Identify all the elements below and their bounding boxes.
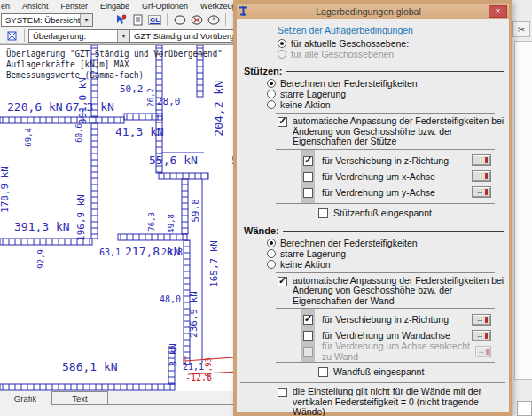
radio-stuetzen-keine[interactable]: keine Aktion xyxy=(267,99,509,110)
checkbox-waende-auto[interactable]: automatische Anpassung der Federsteifigk… xyxy=(278,276,509,307)
menu-item-grf-optionen[interactable]: Grf-Optionen xyxy=(136,2,194,11)
close-icon[interactable]: × xyxy=(489,5,507,18)
checkbox-icon[interactable] xyxy=(303,315,313,325)
overlay-select-label: Überlagerung: xyxy=(33,31,117,41)
force-label: 196,9 kN xyxy=(76,194,86,241)
menu-item-eingabe[interactable]: Eingabe xyxy=(94,2,136,11)
checkbox-row-z[interactable]: für Verschiebung in z-Richtung → xyxy=(276,153,495,169)
scissors-icon[interactable]: ✂ xyxy=(512,21,530,37)
force-label: 391,0 kN xyxy=(78,77,88,124)
checkbox-icon[interactable] xyxy=(303,188,313,198)
radio-stuetzen-berechnen[interactable]: Berechnen der Federsteifigkeiten xyxy=(267,78,509,89)
checkbox-row-z-wand[interactable]: für Verschiebung in z-Richtung → xyxy=(276,311,495,327)
force-label: 76,3 xyxy=(148,212,156,232)
checkbox-row-x[interactable]: für Verdrehung um x-Achse → xyxy=(276,169,495,184)
plan-header-line: Überlagerung "GZT Ständig und Vorübergeh… xyxy=(6,49,223,59)
document-icon[interactable] xyxy=(130,13,145,27)
radio-waende-keine[interactable]: keine Aktion xyxy=(267,259,509,270)
force-label: 21,1 xyxy=(183,363,204,372)
system-select-value: SYSTEM: Übersicht xyxy=(5,15,80,25)
radio-stuetzen-starr[interactable]: starre Lagerung xyxy=(267,89,509,99)
radio-icon[interactable] xyxy=(267,260,276,269)
checkbox-icon xyxy=(303,347,313,357)
separator xyxy=(276,113,495,114)
force-label: 236,9 kN xyxy=(189,291,199,338)
transfer-button[interactable]: → xyxy=(472,186,491,198)
radio-icon[interactable] xyxy=(267,90,276,98)
radio-icon[interactable] xyxy=(267,100,276,109)
radio-current-storey[interactable]: für aktuelle Geschossebene: xyxy=(278,38,509,49)
transfer-button[interactable]: → xyxy=(472,170,491,182)
checkbox-icon[interactable] xyxy=(278,277,287,286)
drawing-canvas[interactable]: Überlagerung "GZT Ständig und Vorübergeh… xyxy=(0,44,238,391)
force-label: 220,6 kN xyxy=(7,101,63,113)
radio-icon[interactable] xyxy=(267,249,276,258)
system-select[interactable]: SYSTEM: Übersicht ▼ xyxy=(1,13,93,27)
force-label: 49,8 xyxy=(168,214,176,233)
radio-icon[interactable] xyxy=(278,39,286,48)
model-icon[interactable] xyxy=(4,29,20,43)
background-panel xyxy=(514,41,532,380)
force-label: 165,7 kN xyxy=(209,240,219,287)
checkbox-row-y[interactable]: für Verdrehung um y-Achse → xyxy=(276,184,495,200)
zoom-grid-icon[interactable] xyxy=(189,13,204,27)
checkbox-stuetzenfuss[interactable]: Stützenfuß eingespannt xyxy=(318,207,509,219)
checkbox-icon[interactable] xyxy=(318,208,328,218)
force-label: 63,1 xyxy=(99,248,121,257)
background-window-strip: ✂ xyxy=(512,0,532,416)
radio-icon xyxy=(278,50,286,59)
radio-label: keine Aktion xyxy=(280,99,331,110)
menu-item-ansicht[interactable]: Ansicht xyxy=(16,2,55,11)
plan-header-line: Auflagerkräfte [kN;m] MAX xyxy=(6,59,223,70)
transfer-button[interactable]: → xyxy=(472,154,491,166)
force-label: 3 kN xyxy=(168,343,178,367)
transfer-icon: → xyxy=(476,316,484,324)
dialog-lagerbedingungen: Lagerbedingungen global × Setzen der Auf… xyxy=(233,0,512,416)
tab-grafik[interactable]: Grafik xyxy=(0,391,51,405)
menu-item[interactable]: en xyxy=(0,2,16,11)
force-label: 41,3 kN xyxy=(115,126,164,137)
tab-text[interactable]: Text xyxy=(51,391,108,405)
waende-spring-group: für Verschiebung in z-Richtung → für Ver… xyxy=(276,308,495,363)
toolbar-separator xyxy=(225,13,226,26)
checkbox-icon[interactable] xyxy=(318,367,328,377)
transfer-button[interactable]: → xyxy=(472,330,491,341)
radio-label: für aktuelle Geschossebene: xyxy=(291,38,409,49)
separator xyxy=(283,231,504,236)
separator xyxy=(286,71,504,76)
dialog-titlebar[interactable]: Lagerbedingungen global × xyxy=(237,4,509,19)
radio-icon[interactable] xyxy=(267,239,276,247)
radio-icon[interactable] xyxy=(267,79,276,88)
pointer-tool-icon[interactable] xyxy=(113,13,129,27)
force-label: 92,9 xyxy=(37,249,45,269)
checkbox-stuetzen-auto[interactable]: automatische Anpassung der Federsteifigk… xyxy=(278,116,509,147)
checkbox-exclude-nontragend[interactable]: die Einstellung gilt nicht für die Wände… xyxy=(278,387,509,416)
wall-segment xyxy=(0,384,175,390)
zoom-previous-icon[interactable] xyxy=(206,13,221,27)
dropdown-button[interactable]: ▼ xyxy=(80,14,92,26)
force-label: 67,3 kN xyxy=(66,101,114,113)
tabrow-filler xyxy=(108,391,238,405)
overlay-select[interactable]: Überlagerung: ▼ xyxy=(28,29,130,43)
checkbox-label: Stützenfuß eingespannt xyxy=(333,208,432,218)
checkbox-icon[interactable] xyxy=(303,172,313,182)
radio-waende-starr[interactable]: starre Lagerung xyxy=(267,248,509,259)
force-label: 69,4 xyxy=(25,128,33,147)
transfer-button[interactable]: → xyxy=(472,314,491,326)
gl-view-icon[interactable]: GL xyxy=(147,13,162,27)
radio-waende-berechnen[interactable]: Berechnen der Federsteifigkeiten xyxy=(267,238,509,248)
background-box xyxy=(517,401,532,416)
checkbox-icon[interactable] xyxy=(278,388,287,397)
checkbox-wandfuss[interactable]: Wandfuß eingespannt xyxy=(318,365,509,378)
checkbox-icon[interactable] xyxy=(278,117,287,127)
dropdown-button[interactable]: ▼ xyxy=(117,30,129,42)
plan-header-text: Überlagerung "GZT Ständig und Vorübergeh… xyxy=(6,49,223,81)
menu-item-fenster[interactable]: Fenster xyxy=(55,2,95,11)
section-waende: Wände: xyxy=(244,225,504,236)
checkbox-icon[interactable] xyxy=(303,331,313,341)
overlay-value-field[interactable]: GZT Ständig und Vorübergel xyxy=(130,29,246,43)
zoom-window-icon[interactable] xyxy=(172,13,187,27)
checkbox-icon[interactable] xyxy=(303,156,313,166)
dialog-title: Lagerbedingungen global xyxy=(248,6,489,17)
tab-text-label: Text xyxy=(72,394,87,404)
